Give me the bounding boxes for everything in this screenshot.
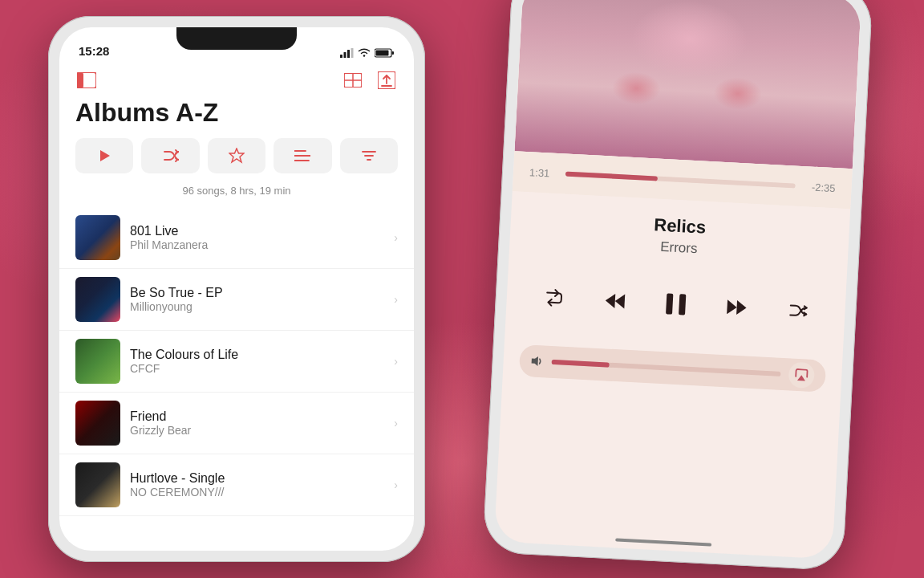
shuffle-icon-player [788, 303, 808, 318]
player-art-inner [514, 0, 861, 169]
album-art-1 [75, 215, 120, 260]
star-icon [229, 148, 245, 164]
volume-bar[interactable] [552, 360, 781, 377]
album-art-4 [75, 401, 120, 446]
filter-icon [361, 149, 377, 162]
sidebar-icon [77, 72, 96, 88]
progress-bar[interactable] [565, 172, 796, 189]
list-button[interactable] [274, 138, 331, 173]
album-info-3: The Colours of Life CFCF [130, 348, 384, 375]
repeat-button[interactable] [533, 277, 575, 320]
status-time: 15:28 [79, 44, 109, 58]
repeat-icon [544, 288, 564, 307]
svg-marker-27 [727, 299, 737, 315]
svg-marker-28 [736, 300, 747, 315]
album-info-4: Friend Grizzly Bear [130, 409, 384, 437]
album-artist-2: Millionyoung [130, 300, 384, 313]
phone-2-screen: 1:31 -2:35 Relics Errors [494, 0, 861, 560]
svg-rect-3 [351, 48, 354, 58]
shuffle-button[interactable] [141, 138, 199, 173]
phone-1: 15:28 [48, 16, 425, 562]
play-icon [97, 149, 111, 163]
album-list: 801 Live Phil Manzanera › Be So True - E… [59, 207, 414, 551]
chevron-icon: › [394, 293, 398, 306]
notch [176, 27, 297, 50]
album-art-5 [75, 462, 120, 507]
album-info-5: Hurtlove - Single NO CEREMONY/// [130, 471, 384, 499]
album-artist-4: Grizzly Bear [130, 424, 384, 437]
status-icons [340, 48, 395, 58]
grid-icon [344, 73, 362, 88]
album-name-4: Friend [130, 409, 384, 424]
list-item[interactable]: The Colours of Life CFCF › [59, 331, 414, 393]
star-button[interactable] [208, 138, 265, 173]
player-album-art [514, 0, 861, 169]
list-icon [294, 149, 310, 162]
svg-marker-29 [531, 356, 538, 366]
airplay-icon [794, 368, 809, 382]
svg-rect-8 [77, 72, 83, 88]
chevron-icon: › [394, 417, 398, 429]
list-item[interactable]: 801 Live Phil Manzanera › [59, 207, 414, 269]
svg-marker-16 [229, 149, 244, 162]
phone-1-screen: 15:28 [59, 27, 414, 551]
svg-rect-26 [679, 294, 686, 315]
pause-icon [664, 291, 688, 316]
progress-fill [565, 172, 658, 181]
volume-fill [552, 360, 610, 368]
time-remaining: -2:35 [803, 181, 836, 194]
player-controls [506, 275, 846, 333]
chevron-icon: › [394, 355, 398, 368]
svg-rect-0 [340, 55, 342, 58]
fastforward-icon [725, 298, 748, 316]
svg-rect-5 [376, 51, 389, 56]
album-art-2 [75, 277, 120, 322]
songs-count: 96 songs, 8 hrs, 19 min [59, 185, 414, 197]
album-artist-1: Phil Manzanera [130, 238, 384, 251]
volume-low-icon [530, 356, 544, 368]
list-item[interactable]: Be So True - EP Millionyoung › [59, 269, 414, 331]
sidebar-button[interactable] [75, 69, 98, 92]
svg-rect-6 [392, 51, 395, 55]
svg-rect-2 [347, 50, 350, 58]
fastforward-button[interactable] [716, 287, 759, 329]
battery-icon [375, 48, 395, 58]
grid-button[interactable] [342, 69, 364, 92]
volume-icon [530, 356, 544, 368]
album-name-3: The Colours of Life [130, 348, 384, 362]
phone-2: 1:31 -2:35 Relics Errors [482, 0, 873, 571]
chevron-icon: › [394, 478, 398, 491]
svg-marker-15 [100, 150, 110, 161]
svg-marker-30 [797, 375, 805, 381]
airplay-button[interactable] [788, 361, 815, 389]
list-item[interactable]: Hurtlove - Single NO CEREMONY/// › [59, 454, 414, 516]
action-buttons [75, 138, 398, 173]
album-artist-3: CFCF [130, 362, 384, 375]
home-indicator [615, 538, 711, 546]
album-info-1: 801 Live Phil Manzanera [130, 224, 384, 251]
album-name-5: Hurtlove - Single [130, 471, 384, 486]
album-info-2: Be So True - EP Millionyoung [130, 286, 384, 313]
album-artist-5: NO CEREMONY/// [130, 486, 384, 499]
page-title: Albums A-Z [75, 98, 218, 128]
toolbar [59, 63, 414, 98]
rewind-icon [603, 291, 626, 310]
svg-rect-1 [344, 52, 346, 58]
svg-marker-23 [605, 293, 615, 308]
svg-rect-25 [666, 293, 673, 314]
signal-icon [340, 48, 354, 58]
svg-marker-24 [614, 294, 625, 309]
chevron-icon: › [394, 231, 398, 244]
album-art-3 [75, 339, 120, 384]
filter-button[interactable] [340, 138, 398, 173]
rewind-button[interactable] [594, 280, 636, 323]
album-name-2: Be So True - EP [130, 286, 384, 300]
list-item[interactable]: Friend Grizzly Bear › [59, 393, 414, 454]
upload-button[interactable] [375, 69, 398, 92]
wifi-icon [358, 48, 371, 58]
album-name-1: 801 Live [130, 224, 384, 238]
pause-button[interactable] [654, 283, 697, 326]
shuffle-button-player[interactable] [777, 290, 820, 332]
shuffle-icon [163, 149, 179, 162]
play-button[interactable] [75, 138, 133, 173]
